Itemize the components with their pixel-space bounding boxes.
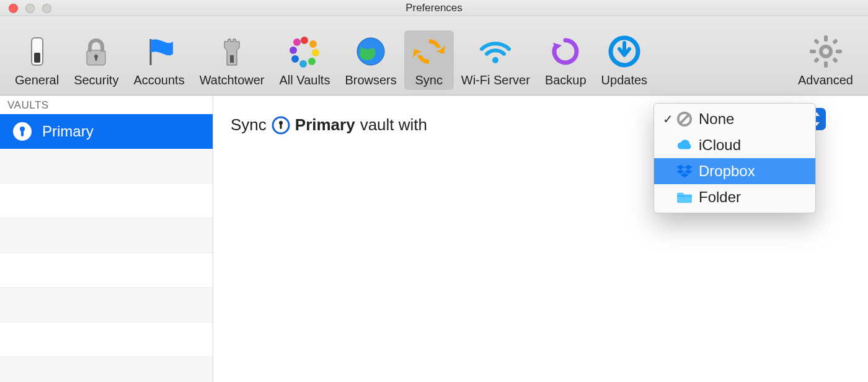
svg-rect-1 <box>34 53 40 63</box>
svg-line-37 <box>680 115 689 124</box>
toolbar-tab-label: Security <box>74 73 118 87</box>
svg-point-10 <box>308 58 316 65</box>
toolbar-tab-label: General <box>15 73 59 87</box>
menu-item-label: None <box>699 110 734 128</box>
svg-marker-42 <box>681 173 689 177</box>
sidebar-empty-row <box>0 149 213 184</box>
sync-destination-menu[interactable]: ✓ None iCloud <box>653 103 816 213</box>
sidebar-item-label: Primary <box>42 123 94 140</box>
toolbar-tab-label: Wi-Fi Server <box>461 73 530 87</box>
svg-point-7 <box>301 37 308 44</box>
toolbar-tab-label: Updates <box>601 73 648 87</box>
preferences-body: VAULTS Primary <box>0 96 868 382</box>
window-titlebar: Preferences <box>0 0 868 16</box>
cloud-icon <box>675 136 694 154</box>
sidebar-empty-row <box>0 253 213 288</box>
sidebar-empty-row <box>0 218 213 253</box>
sync-pane: Sync Primary vault with ✓ <box>213 96 868 382</box>
window-controls <box>9 4 51 13</box>
color-ring-icon <box>287 34 322 69</box>
window-close-button[interactable] <box>9 4 18 13</box>
svg-point-11 <box>299 60 307 68</box>
dropbox-icon <box>675 162 694 180</box>
gear-icon <box>808 34 843 69</box>
toolbar-tab-accounts[interactable]: Accounts <box>126 30 192 90</box>
window-title: Preferences <box>405 2 463 14</box>
sidebar-empty-row <box>0 357 213 382</box>
menu-item-label: Dropbox <box>699 162 755 180</box>
toolbar-tab-label: Sync <box>415 73 443 87</box>
toolbar-tab-label: All Vaults <box>280 73 330 87</box>
sync-prefix: Sync <box>231 115 267 135</box>
svg-marker-40 <box>676 169 684 174</box>
folder-icon <box>675 188 694 207</box>
svg-rect-22 <box>810 50 816 53</box>
toolbar-tab-general[interactable]: General <box>7 30 66 90</box>
svg-rect-21 <box>824 61 828 68</box>
lock-icon <box>79 34 113 69</box>
svg-point-8 <box>309 40 317 48</box>
window-minimize-button[interactable] <box>25 4 35 13</box>
toolbar-tab-backup[interactable]: Backup <box>538 30 594 90</box>
sidebar-empty-row <box>0 322 213 357</box>
sidebar-section-header: VAULTS <box>0 96 213 114</box>
sync-vault-name: Primary <box>295 115 355 135</box>
slider-icon <box>20 34 55 69</box>
toolbar-tab-label: Watchtower <box>200 73 265 87</box>
sync-icon <box>412 34 446 69</box>
svg-rect-23 <box>836 50 842 53</box>
svg-point-17 <box>492 57 498 63</box>
menu-item-label: Folder <box>699 189 741 206</box>
toolbar-tab-updates[interactable]: Updates <box>594 30 655 90</box>
svg-rect-27 <box>813 57 820 63</box>
svg-rect-35 <box>280 123 281 129</box>
flag-icon <box>142 34 177 69</box>
svg-rect-43 <box>677 195 692 197</box>
svg-point-13 <box>290 47 297 54</box>
toolbar-tab-wifiserver[interactable]: Wi-Fi Server <box>454 30 538 90</box>
svg-rect-24 <box>813 38 820 45</box>
toolbar-tab-label: Backup <box>545 73 587 87</box>
menu-item-icloud[interactable]: iCloud <box>654 132 815 158</box>
svg-point-9 <box>312 49 319 56</box>
toolbar-tab-sync[interactable]: Sync <box>404 30 454 90</box>
vaults-sidebar: VAULTS Primary <box>0 96 213 382</box>
sidebar-empty-row <box>0 288 213 322</box>
sidebar-item-primary[interactable]: Primary <box>0 114 213 149</box>
toolbar-tab-advanced[interactable]: Advanced <box>790 30 861 90</box>
undo-icon <box>548 34 583 69</box>
toolbar-tab-browsers[interactable]: Browsers <box>337 30 404 90</box>
svg-marker-39 <box>684 165 693 169</box>
globe-icon <box>353 34 388 69</box>
toolbar-tab-label: Browsers <box>345 73 396 87</box>
toolbar-tab-label: Accounts <box>133 73 184 87</box>
svg-rect-4 <box>95 56 97 61</box>
toolbar-tab-label: Advanced <box>798 73 853 87</box>
menu-item-dropbox[interactable]: Dropbox <box>654 158 815 184</box>
no-icon <box>675 110 694 128</box>
menu-item-none[interactable]: ✓ None <box>654 106 815 132</box>
svg-marker-38 <box>676 165 684 169</box>
sync-mid: vault with <box>360 115 427 135</box>
svg-point-12 <box>291 55 299 63</box>
wifi-icon <box>478 34 513 69</box>
svg-rect-6 <box>230 55 234 63</box>
tower-icon <box>215 34 249 69</box>
svg-rect-32 <box>21 130 24 136</box>
vault-badge-icon <box>272 116 290 135</box>
window-zoom-button[interactable] <box>42 4 51 13</box>
toolbar-tab-watchtower[interactable]: Watchtower <box>192 30 272 90</box>
svg-point-28 <box>823 48 829 55</box>
vault-list: Primary <box>0 114 213 382</box>
vault-icon <box>11 120 33 143</box>
svg-rect-26 <box>832 38 838 45</box>
svg-marker-41 <box>684 169 693 174</box>
sidebar-empty-row <box>0 184 213 218</box>
menu-item-folder[interactable]: Folder <box>654 184 815 210</box>
preferences-toolbar: General Security Accounts <box>0 16 868 96</box>
toolbar-tab-allvaults[interactable]: All Vaults <box>272 30 338 90</box>
toolbar-tab-security[interactable]: Security <box>66 30 126 90</box>
menu-item-label: iCloud <box>699 136 741 154</box>
download-icon <box>607 34 642 69</box>
svg-rect-20 <box>824 35 828 42</box>
